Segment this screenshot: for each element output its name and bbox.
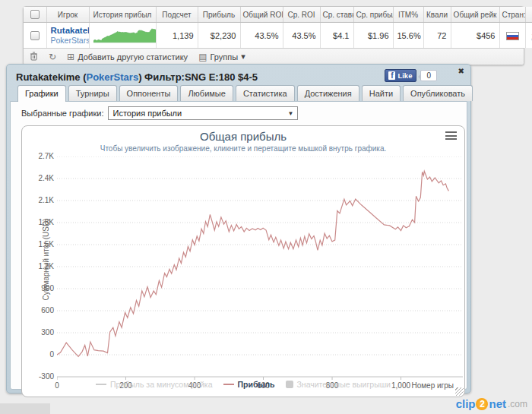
facebook-like-widget: f Like 0: [385, 69, 437, 82]
panel-header: Rutakatekime (PokerStars) Фильтр:SNG E:1…: [7, 65, 470, 85]
player-panel: Rutakatekime (PokerStars) Фильтр:SNG E:1…: [6, 64, 471, 393]
chart-plot-area[interactable]: [57, 156, 463, 381]
legend-label: Прибыль: [238, 380, 275, 389]
tab-Опубликовать[interactable]: Опубликовать: [403, 85, 473, 101]
avg-profit-cell: $1.96: [353, 23, 393, 49]
results-header-row: ИгрокИстория прибылПодсчетПрибыльОбщий R…: [24, 7, 532, 23]
table-row: Rutakatekime PokerStars 1,139 $2,230 43.…: [24, 23, 532, 49]
tab-Графики[interactable]: Графики: [17, 85, 66, 102]
y-tick-label: 1.5K: [24, 240, 54, 248]
y-tick-label: 1.8K: [24, 218, 54, 226]
legend-item[interactable]: Значительные выигрыши: [286, 380, 391, 389]
results-table: ИгрокИстория прибылПодсчетПрибыльОбщий R…: [24, 7, 532, 48]
select-all-header: [24, 7, 46, 23]
player-link[interactable]: Rutakatekime: [51, 26, 85, 35]
y-tick-label: 0: [24, 350, 54, 359]
resize-grip[interactable]: [455, 387, 464, 396]
column-header[interactable]: Квали: [423, 7, 451, 23]
chart-title: Общая прибыль: [22, 130, 464, 143]
legend-swatch-icon: [96, 384, 106, 385]
delete-button[interactable]: [30, 52, 38, 62]
legend-label: Прибыль за минусом рейка: [110, 380, 212, 389]
add-statistic-button[interactable]: ⊞ Добавить другую статистику: [67, 52, 188, 62]
results-card: ИгрокИстория прибылПодсчетПрибыльОбщий R…: [23, 6, 524, 65]
chart-subtitle: Чтобы увеличить изображение, кликните и …: [22, 144, 464, 153]
y-tick-label: 2.7K: [24, 152, 54, 160]
russia-flag-icon: [506, 32, 519, 40]
chevron-down-icon: ▾: [241, 52, 245, 62]
profit-cell: $2,230: [198, 23, 240, 49]
column-header[interactable]: Общий рейк: [451, 7, 499, 23]
row-checkbox[interactable]: [30, 31, 40, 40]
graph-select-dropdown[interactable]: История прибыли ▼: [108, 106, 298, 120]
clip2net-2-icon: 2: [476, 398, 488, 410]
site-label: PokerStars: [86, 71, 138, 83]
legend-label: Значительные выигрыши: [297, 380, 391, 389]
column-header[interactable]: История прибыл: [89, 7, 156, 23]
add-statistic-icon: ⊞: [67, 52, 74, 62]
remove-cell: x: [525, 23, 532, 49]
x-axis-title: Номер игры: [411, 381, 454, 390]
trash-icon: [30, 52, 38, 61]
panel-title: Rutakatekime (PokerStars) Фильтр:SNG E:1…: [16, 71, 258, 83]
column-header[interactable]: ITM%: [393, 7, 423, 23]
avg-stake-cell: $4.1: [320, 23, 353, 49]
y-tick-label: 1.2K: [24, 262, 54, 270]
column-header[interactable]: Игрок: [46, 7, 89, 23]
chart-legend: Прибыль за минусом рейкаПрибыльЗначитель…: [22, 380, 464, 389]
select-arrow-icon: ▼: [288, 110, 294, 117]
y-tick-label: 300: [24, 328, 54, 337]
column-header[interactable]: Ср. ROI: [283, 7, 320, 23]
player-cell: Rutakatekime PokerStars: [46, 23, 89, 49]
facebook-like-button[interactable]: f Like: [385, 69, 416, 82]
facebook-icon: f: [388, 71, 395, 80]
column-header[interactable]: Ср. ставк:: [320, 7, 353, 23]
clip2net-logo: clip 2 net .com: [456, 397, 527, 410]
tab-Любимые игры[interactable]: Любимые игры: [180, 85, 233, 101]
y-tick-label: 600: [24, 306, 54, 314]
quali-cell: 72: [423, 23, 451, 49]
tab-Статистика[interactable]: Статистика: [236, 85, 295, 101]
column-header[interactable]: Общий ROI: [240, 7, 283, 23]
close-icon[interactable]: ✖: [458, 67, 464, 75]
panel-content: Выбранные графики: История прибыли ▼ Общ…: [10, 101, 467, 390]
country-cell: [499, 23, 525, 49]
y-tick-label: 900: [24, 284, 54, 292]
total-rake-cell: $456: [451, 23, 499, 49]
y-tick-label: 2.1K: [24, 196, 54, 204]
select-all-checkbox[interactable]: [30, 10, 40, 19]
profit-history-cell: [89, 23, 156, 49]
tab-Турниры[interactable]: Турниры: [68, 85, 117, 101]
chart-menu-icon[interactable]: [445, 131, 457, 140]
column-header[interactable]: Подсчет: [156, 7, 198, 23]
graph-select-row: Выбранные графики: История прибыли ▼: [11, 102, 467, 120]
tab-Оппоненты[interactable]: Оппоненты: [119, 85, 179, 101]
groups-button[interactable]: ▤ Группы ▾: [198, 52, 245, 62]
refresh-button[interactable]: ↻: [49, 52, 56, 62]
panel-tabs: ГрафикиТурнирыОппонентыЛюбимые игрыСтати…: [17, 85, 473, 101]
count-cell: 1,139: [156, 23, 198, 49]
total-roi-cell: 43.5%: [240, 23, 283, 49]
itm-cell: 15.6%: [393, 23, 423, 49]
groups-icon: ▤: [198, 52, 207, 62]
like-count-badge: 0: [420, 70, 437, 81]
legend-item[interactable]: Прибыль за минусом рейка: [96, 380, 212, 389]
site-link[interactable]: PokerStars: [51, 36, 85, 45]
avg-roi-cell: 43.5%: [283, 23, 320, 49]
legend-swatch-icon: [286, 381, 293, 388]
column-header[interactable]: [525, 7, 532, 23]
legend-item[interactable]: Прибыль: [223, 380, 275, 389]
tab-Найти[interactable]: Найти: [362, 85, 401, 101]
y-tick-label: 2.4K: [24, 174, 54, 182]
row-select-cell: [24, 23, 46, 49]
column-header[interactable]: Стран:: [499, 7, 525, 23]
column-header[interactable]: Прибыль: [198, 7, 240, 23]
profit-sparkline[interactable]: [93, 27, 156, 43]
taskbar-fragment: [0, 403, 50, 414]
results-toolbar: ↻ ⊞ Добавить другую статистику ▤ Группы …: [24, 48, 524, 65]
graph-select-label: Выбранные графики:: [21, 109, 103, 118]
legend-swatch-icon: [223, 384, 234, 385]
tab-Достижения[interactable]: Достижения: [297, 85, 359, 101]
profit-chart[interactable]: Общая прибыль Чтобы увеличить изображени…: [21, 125, 465, 397]
column-header[interactable]: Ср. прибыл: [353, 7, 393, 23]
